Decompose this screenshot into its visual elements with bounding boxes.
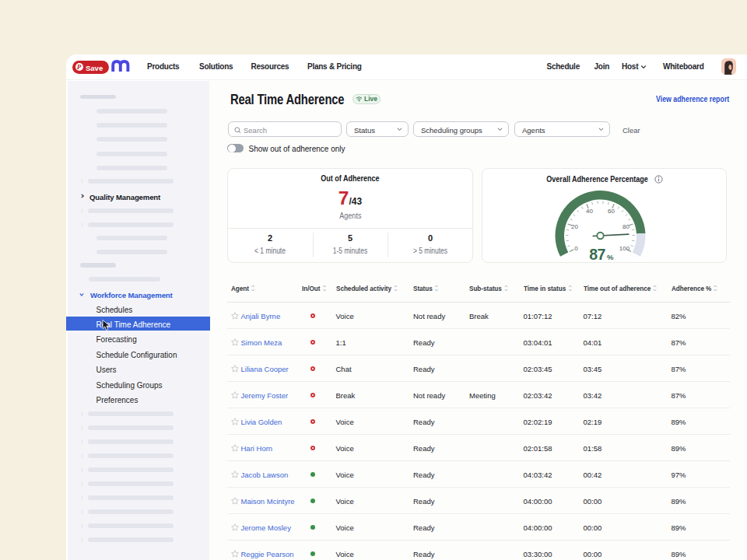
svg-text:20: 20 xyxy=(571,223,578,230)
svg-text:40: 40 xyxy=(586,208,593,215)
svg-text:87: 87 xyxy=(589,246,605,263)
svg-text:100: 100 xyxy=(619,245,630,252)
svg-text:60: 60 xyxy=(608,208,615,215)
svg-text:%: % xyxy=(607,253,614,261)
svg-text:80: 80 xyxy=(622,223,630,230)
svg-text:0: 0 xyxy=(574,245,578,252)
